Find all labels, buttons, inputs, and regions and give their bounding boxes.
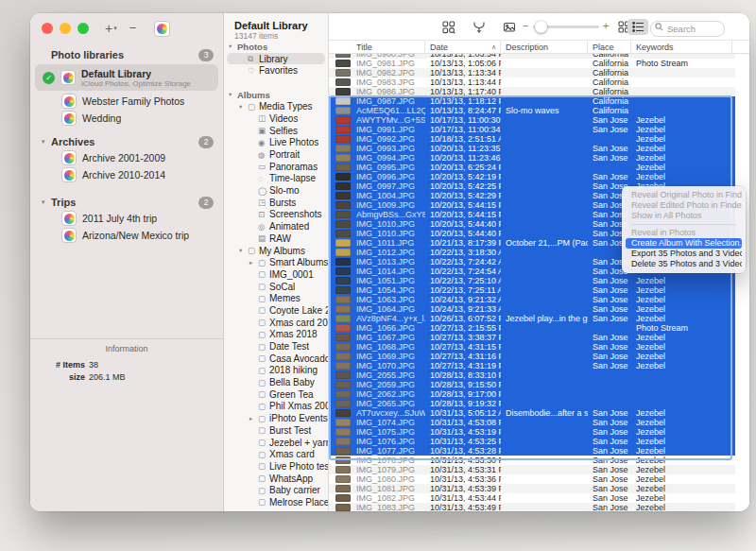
table-row[interactable]: IMG_2059.JPG 10/28/13, 9:15:50 PM (329, 380, 735, 389)
thumbnail-size-decrease[interactable]: − (523, 20, 528, 31)
library-row[interactable]: ✓ Wedding (35, 110, 218, 127)
menu-item[interactable]: Show in All Photos (626, 211, 742, 221)
column-header-title[interactable]: Title (329, 41, 425, 53)
table-row[interactable]: IMG_1076.JPG 10/31/13, 4:53:25 PM San Jo… (329, 437, 735, 446)
source-item[interactable]: ▸ ▢ iPhoto Events (224, 412, 328, 424)
table-row[interactable]: AWYTYMv...G+5S.jpeg 10/17/13, 11:00:30 A… (329, 115, 735, 125)
table-row[interactable]: IMG_1083.JPG 10/31/13, 4:53:49 PM San Jo… (329, 503, 735, 511)
source-item[interactable]: ◳ Bursts (224, 197, 328, 209)
source-item[interactable]: ▢ Bella Baby (224, 376, 328, 388)
source-item[interactable]: ▢ Burst Test (224, 424, 328, 437)
merge-libraries-icon[interactable] (472, 21, 486, 34)
table-row[interactable]: IMG_0994.JPG 10/20/13, 11:23:46 AM San J… (329, 153, 735, 163)
source-item[interactable]: ◎ Animated (224, 220, 328, 232)
table-row[interactable]: IMG_1081.JPG 10/31/13, 4:53:39 PM San Jo… (329, 484, 735, 493)
source-item[interactable]: ▢ IMG_0001 (224, 268, 328, 281)
table-row[interactable]: IMG_1077.JPG 10/31/13, 4:53:28 PM San Jo… (329, 446, 735, 456)
source-item[interactable]: ▢ Green Tea (224, 388, 328, 401)
menu-item[interactable]: Export 35 Photos and 3 Videos... (626, 249, 742, 259)
source-item[interactable]: ▢ Phil Xmas 2000 (224, 401, 328, 413)
column-header-keywords[interactable]: Keywords (631, 41, 732, 53)
source-item[interactable]: ▾ ▢ Media Types (224, 100, 328, 112)
photos-app-icon[interactable] (154, 21, 170, 37)
source-item[interactable]: ▾ ▢ My Albums (224, 245, 328, 257)
table-row[interactable]: IMG_0993.JPG 10/20/13, 11:23:35 AM San J… (329, 144, 735, 153)
source-item[interactable]: ▢ SoCal (224, 281, 328, 293)
source-item[interactable]: ▢ Casa Avocado (224, 353, 328, 365)
source-item[interactable]: ▢ 2018 hiking (224, 365, 328, 377)
table-row[interactable]: IMG_0986.JPG 10/13/13, 1:17:40 PM Califo… (329, 87, 735, 96)
menu-item[interactable]: Reveal in Photos (626, 228, 742, 238)
table-row[interactable]: IMG_1078.JPG 10/31/13, 4:53:30 PM San Jo… (329, 456, 735, 465)
table-row[interactable]: IMG_1068.JPG 10/27/13, 4:31:15 PM San Jo… (329, 342, 735, 352)
table-row[interactable]: IMG_1064.JPG 10/24/13, 9:21:33 AM San Jo… (329, 304, 735, 314)
table-row[interactable]: IMG_2055.JPG 10/28/13, 8:33:10 PM (329, 370, 735, 380)
table-row[interactable]: IMG_1074.JPG 10/31/13, 4:53:08 PM San Jo… (329, 418, 735, 427)
source-item[interactable]: ♡ Favorites (224, 64, 328, 77)
library-row[interactable]: ✓ Webster Family Photos (35, 93, 218, 110)
source-item[interactable]: ▸ ▢ Smart Albums (224, 256, 328, 268)
menu-item[interactable]: Reveal Edited Photo in Finder (626, 200, 742, 211)
column-header-date[interactable]: Date ∧ (425, 41, 501, 53)
source-item[interactable]: ◫ Videos (224, 112, 328, 125)
menu-item[interactable] (631, 224, 736, 225)
source-item[interactable]: ▢ Xmas card (224, 448, 328, 460)
source-item[interactable]: ▢ Memes (224, 292, 328, 304)
table-row[interactable]: IMG_0992.JPG 10/18/13, 2:51:51 AM Jezebe… (329, 134, 735, 144)
source-item[interactable]: ◌ Time-lapse (224, 173, 328, 185)
source-item[interactable]: ▾ Photos (224, 41, 328, 53)
table-row[interactable]: IMG_1051.JPG 10/22/13, 7:25:10 AM San Jo… (329, 276, 735, 285)
table-row[interactable]: IMG_0991.JPG 10/17/13, 11:00:34 AM San J… (329, 125, 735, 134)
library-row[interactable]: ✓ 2011 July 4th trip (35, 210, 218, 227)
source-item[interactable]: ▢ Xmas card 2020 (224, 317, 328, 329)
library-row[interactable]: ✓ Arizona/New Mexico trip (35, 227, 218, 244)
source-item[interactable]: ▢ Live Photo testing (224, 460, 328, 473)
menu-item[interactable]: Create Album With Selection... (626, 238, 742, 249)
remove-library-button[interactable]: − (129, 23, 137, 34)
menu-item[interactable]: Reveal Original Photo in Finder (626, 190, 742, 200)
library-row[interactable]: ✓ Archive 2001-2009 (35, 149, 218, 166)
source-item[interactable]: ▢ Date Test (224, 340, 328, 353)
copy-photos-icon[interactable] (503, 21, 516, 34)
table-row[interactable]: IMG_1054.JPG 10/22/13, 7:25:11 AM San Jo… (329, 285, 735, 295)
table-row[interactable]: IMG_0996.JPG 10/20/13, 5:42:19 PM San Jo… (329, 172, 735, 181)
chevron-right-icon[interactable]: ▸ (249, 259, 258, 267)
table-row[interactable]: IMG_0983.JPG 10/13/13, 1:13:44 PM Califo… (329, 77, 735, 87)
table-row[interactable]: IMG_0982.JPG 10/13/13, 1:13:34 PM Califo… (329, 68, 735, 77)
table-row[interactable]: IMG_1082.JPG 10/31/13, 4:53:44 PM San Jo… (329, 493, 735, 503)
zoom-window-button[interactable] (77, 23, 89, 34)
table-row[interactable]: IMG_0995.JPG 10/20/13, 6:25:24 PM Jezebe… (329, 163, 735, 172)
source-item[interactable]: ◯ Slo-mo (224, 184, 328, 197)
column-header-place[interactable]: Place (588, 41, 631, 53)
library-row[interactable]: ✓ Default Library iCloud Photos, Optimiz… (35, 64, 218, 91)
source-item[interactable]: ⧉ Library (224, 53, 328, 65)
source-item[interactable]: ▤ RAW (224, 232, 328, 245)
minimize-window-button[interactable] (60, 23, 71, 34)
table-row[interactable]: AcME5Q61...LL2Q.mov 10/13/13, 8:24:47 PM… (329, 106, 735, 115)
source-item[interactable]: ▢ Jezebel + yarn (224, 437, 328, 449)
source-item[interactable]: ▢ Baby carrier (224, 484, 328, 496)
find-duplicates-icon[interactable] (442, 21, 455, 34)
table-row[interactable]: IMG_0987.JPG 10/13/13, 1:18:12 PM Califo… (329, 96, 735, 106)
table-row[interactable]: AVz8pNF4...y+x_l.mov 10/26/13, 6:07:52 P… (329, 314, 735, 323)
table-row[interactable]: IMG_2062.JPG 10/28/13, 9:17:00 PM (329, 389, 735, 399)
close-window-button[interactable] (42, 23, 53, 34)
add-library-button[interactable]: +▾ (105, 23, 117, 34)
table-row[interactable]: IMG_1080.JPG 10/31/13, 4:53:36 PM San Jo… (329, 474, 735, 484)
source-item[interactable]: ▾ Albums (224, 89, 328, 101)
table-row[interactable]: IMG_1079.JPG 10/31/13, 4:53:31 PM San Jo… (329, 465, 735, 474)
chevron-right-icon[interactable]: ▸ (249, 415, 258, 422)
chevron-down-icon[interactable]: ▾ (229, 43, 237, 50)
source-item[interactable]: ▢ Coyote Lake 2021 (224, 304, 328, 317)
source-item[interactable]: ▭ Panoramas (224, 161, 328, 173)
table-row[interactable]: IMG_1069.JPG 10/27/13, 4:31:16 PM San Jo… (329, 352, 735, 361)
slider-thumb[interactable] (535, 21, 547, 33)
table-row[interactable]: IMG_1063.JPG 10/24/13, 9:21:32 AM San Jo… (329, 295, 735, 304)
library-row[interactable]: ✓ Archive 2010-2014 (35, 166, 218, 183)
thumbnail-size-increase[interactable]: + (603, 20, 609, 31)
list-view-button[interactable] (627, 19, 648, 35)
table-row[interactable]: IMG_0981.JPG 10/13/13, 1:05:06 PM Califo… (329, 59, 735, 68)
table-row[interactable]: IMG_1066.JPG 10/27/13, 2:15:55 PM Photo … (329, 323, 735, 333)
source-item[interactable]: ⊡ Screenshots (224, 209, 328, 221)
source-item[interactable]: ◍ Portrait (224, 148, 328, 161)
